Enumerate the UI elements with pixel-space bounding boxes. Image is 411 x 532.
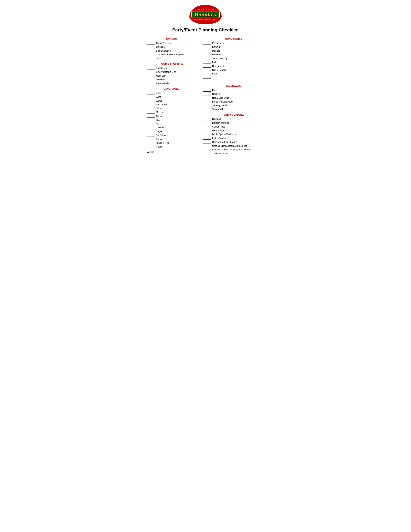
check-line — [147, 83, 155, 85]
logo-name: Ricotta's — [195, 12, 216, 17]
check-line — [203, 145, 211, 147]
list-item: Napkins — [203, 93, 264, 95]
list-item: Bottle Opener/Corkscrew — [203, 133, 264, 136]
item-label: Straws — [156, 138, 163, 141]
check-line — [147, 92, 155, 95]
right-column: CONDIMENTS Mayonnaise Ketchup Mustard Re… — [200, 38, 264, 156]
item-label: Tables & Chairs — [212, 152, 228, 155]
item-label: Creamer — [156, 126, 165, 129]
check-line — [203, 80, 211, 82]
item-label: Wine — [156, 95, 161, 98]
item-label: Salt & Pepper — [212, 69, 226, 71]
item-label: Soft Drinks — [156, 103, 167, 106]
item-label: Center Piece — [212, 125, 225, 128]
list-item: Tea — [147, 119, 196, 121]
list-item: Beer — [147, 92, 196, 95]
item-label: Table Cloth — [212, 108, 224, 111]
check-line — [147, 50, 155, 52]
list-item: Mayonnaise — [203, 42, 264, 45]
check-line — [203, 89, 211, 92]
food-header: FOOD # of Guests? — [147, 62, 196, 65]
check-line — [203, 57, 211, 60]
check-line — [147, 138, 155, 140]
logo-inner: Ricotta's — [191, 11, 220, 18]
check-line — [147, 131, 155, 133]
check-line — [203, 73, 211, 75]
item-label: Ketchup — [212, 46, 221, 48]
check-line — [147, 111, 155, 114]
logo-outer: FOOD THAT TALKS Ricotta's Pizza, Pasta, … — [189, 5, 222, 24]
list-item: Butter — [203, 72, 264, 75]
page-title: Party/Event Planning Checklist — [147, 28, 264, 33]
list-item: Relishes — [203, 53, 264, 56]
list-item: Camera/Battery Charged — [203, 141, 264, 143]
item-label: Crackers/Cheese/Pepperoni — [156, 53, 184, 56]
list-item: Center Piece — [203, 125, 264, 128]
check-line — [147, 46, 155, 48]
check-line — [147, 142, 155, 144]
item-label: Bottle Opener/Corkscrew — [212, 133, 237, 136]
item-label: Cooler — [156, 145, 163, 148]
notes-section: NOTES: — [147, 151, 196, 154]
list-item: Ice — [147, 122, 196, 125]
check-line — [203, 133, 211, 136]
list-item: Mixers — [147, 111, 196, 114]
item-label: Chafing Dishes/Racks/Sterno Fuel — [212, 145, 247, 147]
item-label: Water — [156, 99, 162, 102]
item-label: Horseradish — [212, 65, 224, 67]
check-line — [203, 65, 211, 67]
item-label: Beer — [156, 92, 161, 95]
check-line — [147, 79, 155, 81]
item-label: Side/Vegetable Dish — [156, 71, 176, 73]
check-line — [147, 96, 155, 98]
list-item: Water — [147, 99, 196, 102]
check-line — [147, 115, 155, 117]
list-item: Serving Utensils — [203, 104, 264, 107]
list-item: Breads/Rolls — [147, 82, 196, 85]
item-label: Relishes — [212, 53, 221, 56]
item-label: Salsa/Spreads — [156, 49, 171, 52]
item-label: Appetizers — [156, 67, 167, 69]
item-label: Breads/Rolls — [156, 82, 169, 85]
check-line — [203, 101, 211, 103]
logo-area: FOOD THAT TALKS Ricotta's Pizza, Pasta, … — [147, 5, 264, 24]
item-label: Decorations — [212, 129, 224, 132]
check-line — [203, 54, 211, 56]
condiments-header: CONDIMENTS — [203, 38, 264, 40]
check-line — [203, 69, 211, 71]
list-item: Mustard — [203, 49, 264, 52]
item-label: Chip Dip — [156, 46, 165, 48]
list-item: Table Cloth — [203, 108, 264, 111]
list-item: Cooler — [147, 145, 196, 148]
item-label: Ice — [156, 122, 159, 125]
list-item: Nuts — [147, 57, 196, 60]
blank-line — [203, 80, 264, 82]
item-label: Tongs for Ice — [156, 142, 169, 144]
list-item: Salad Dressing — [203, 57, 264, 60]
item-label: Chips/Pretzels — [156, 42, 170, 45]
list-item: Side/Vegetable Dish — [147, 71, 196, 73]
item-label: Lighter/Matches — [212, 137, 228, 140]
list-item: Wine — [147, 95, 196, 98]
logo-food-that-talks: FOOD THAT TALKS — [196, 9, 214, 11]
list-item: Hot & Cold Cups — [203, 96, 264, 99]
main-content: SNACKS Chips/Pretzels Chip Dip Salsa/Spr… — [147, 38, 264, 156]
item-label: Birthday Candles — [212, 122, 230, 124]
check-line — [147, 54, 155, 56]
check-line — [203, 42, 211, 45]
logo-container: FOOD THAT TALKS Ricotta's Pizza, Pasta, … — [189, 5, 222, 24]
item-label: Forks/Knives/Spoons — [212, 100, 234, 103]
check-line — [147, 123, 155, 125]
snacks-header: SNACKS — [147, 38, 196, 40]
item-label: Outdoor - Insect Repellant/Sun Screen — [212, 148, 251, 151]
check-line — [203, 93, 211, 95]
check-line — [147, 57, 155, 60]
check-line — [203, 141, 211, 143]
check-line — [203, 61, 211, 64]
list-item: Birthday Candles — [203, 122, 264, 124]
list-item: Coffee — [147, 115, 196, 117]
list-item: Ketchup — [203, 46, 264, 48]
check-line — [203, 76, 211, 78]
list-item: Decorations — [203, 129, 264, 132]
item-label: Camera/Battery Charged — [212, 141, 237, 143]
